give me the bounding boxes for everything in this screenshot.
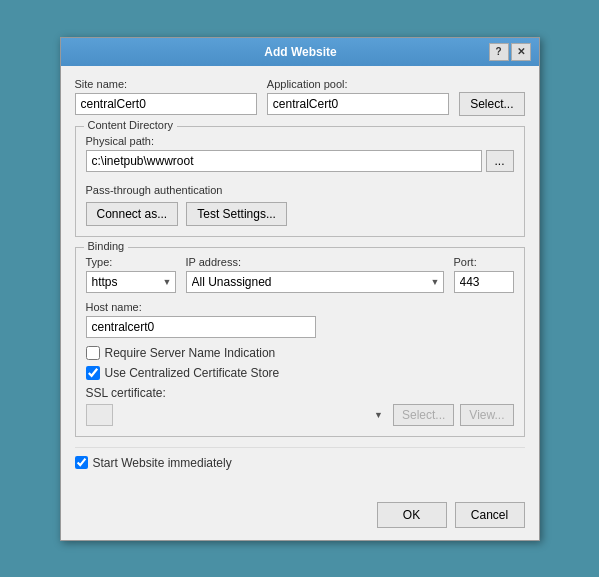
site-name-label: Site name: bbox=[75, 78, 257, 90]
ssl-cert-select[interactable] bbox=[86, 404, 113, 426]
start-website-checkbox[interactable] bbox=[75, 456, 88, 469]
start-website-row: Start Website immediately bbox=[75, 447, 525, 470]
use-ccs-label: Use Centralized Certificate Store bbox=[105, 366, 280, 380]
ssl-certificate-section: SSL certificate: ▼ Select... View... bbox=[86, 386, 514, 426]
auth-buttons: Connect as... Test Settings... bbox=[86, 202, 514, 226]
title-bar: Add Website ? ✕ bbox=[61, 38, 539, 66]
content-directory-group: Content Directory Physical path: ... Pas… bbox=[75, 126, 525, 237]
host-name-label: Host name: bbox=[86, 301, 514, 313]
ip-address-group: IP address: All Unassigned ▼ bbox=[186, 256, 444, 293]
port-input[interactable] bbox=[454, 271, 514, 293]
ssl-row: ▼ Select... View... bbox=[86, 404, 514, 426]
ip-address-label: IP address: bbox=[186, 256, 444, 268]
type-label: Type: bbox=[86, 256, 176, 268]
ip-select-wrapper: All Unassigned ▼ bbox=[186, 271, 444, 293]
site-app-row: Site name: Application pool: Select... bbox=[75, 78, 525, 116]
host-name-input[interactable] bbox=[86, 316, 316, 338]
connect-as-button[interactable]: Connect as... bbox=[86, 202, 179, 226]
site-name-input[interactable] bbox=[75, 93, 257, 115]
dialog-content: Site name: Application pool: Select... C… bbox=[61, 66, 539, 494]
require-sni-row: Require Server Name Indication bbox=[86, 346, 514, 360]
physical-path-label: Physical path: bbox=[86, 135, 514, 147]
title-bar-buttons: ? ✕ bbox=[489, 43, 531, 61]
port-label: Port: bbox=[454, 256, 514, 268]
browse-button[interactable]: ... bbox=[486, 150, 514, 172]
ok-button[interactable]: OK bbox=[377, 502, 447, 528]
dialog-footer: OK Cancel bbox=[61, 494, 539, 540]
app-pool-select-button[interactable]: Select... bbox=[459, 92, 524, 116]
type-select[interactable]: http https bbox=[86, 271, 176, 293]
close-button[interactable]: ✕ bbox=[511, 43, 531, 61]
physical-path-group: Physical path: ... bbox=[86, 135, 514, 180]
binding-title: Binding bbox=[84, 240, 129, 252]
use-ccs-row: Use Centralized Certificate Store bbox=[86, 366, 514, 380]
app-pool-group: Application pool: bbox=[267, 78, 449, 115]
start-website-label: Start Website immediately bbox=[93, 456, 232, 470]
pass-through-label: Pass-through authentication bbox=[86, 184, 514, 196]
content-directory-title: Content Directory bbox=[84, 119, 178, 131]
host-name-group: Host name: bbox=[86, 301, 514, 338]
port-group: Port: bbox=[454, 256, 514, 293]
ssl-cert-select-wrapper: ▼ bbox=[86, 404, 388, 426]
ssl-cert-label: SSL certificate: bbox=[86, 386, 514, 400]
dialog-title: Add Website bbox=[113, 45, 489, 59]
app-pool-input[interactable] bbox=[267, 93, 449, 115]
binding-row: Type: http https ▼ IP address: All Unass… bbox=[86, 256, 514, 293]
binding-group: Binding Type: http https ▼ IP address: bbox=[75, 247, 525, 437]
require-sni-checkbox[interactable] bbox=[86, 346, 100, 360]
ssl-view-button[interactable]: View... bbox=[460, 404, 513, 426]
use-ccs-checkbox[interactable] bbox=[86, 366, 100, 380]
ssl-select-button[interactable]: Select... bbox=[393, 404, 454, 426]
type-select-wrapper: http https ▼ bbox=[86, 271, 176, 293]
ssl-cert-arrow-icon: ▼ bbox=[374, 410, 383, 420]
app-pool-label: Application pool: bbox=[267, 78, 449, 90]
ip-address-select[interactable]: All Unassigned bbox=[186, 271, 444, 293]
add-website-dialog: Add Website ? ✕ Site name: Application p… bbox=[60, 37, 540, 541]
test-settings-button[interactable]: Test Settings... bbox=[186, 202, 287, 226]
help-button[interactable]: ? bbox=[489, 43, 509, 61]
physical-path-row: ... bbox=[86, 150, 514, 172]
require-sni-label: Require Server Name Indication bbox=[105, 346, 276, 360]
site-name-group: Site name: bbox=[75, 78, 257, 115]
physical-path-input[interactable] bbox=[86, 150, 482, 172]
cancel-button[interactable]: Cancel bbox=[455, 502, 525, 528]
type-group: Type: http https ▼ bbox=[86, 256, 176, 293]
